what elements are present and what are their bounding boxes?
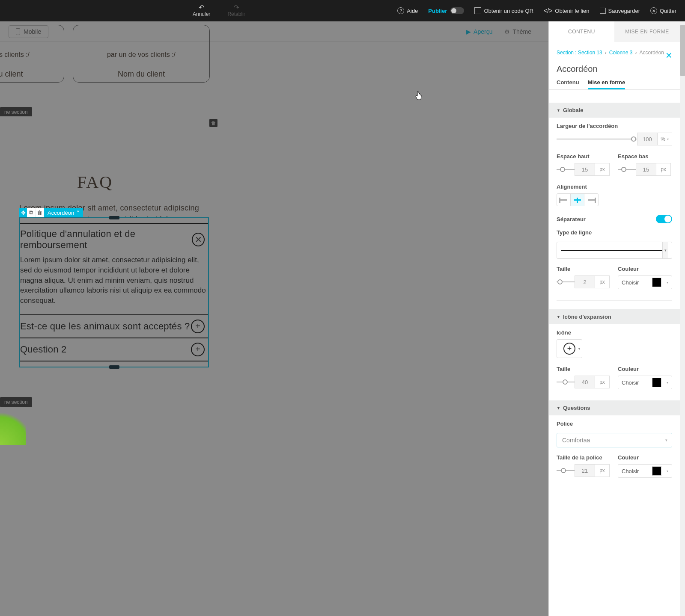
subtab-contenu[interactable]: Contenu [557, 79, 579, 89]
line-preview [561, 250, 667, 251]
panel-tabs: CONTENU MISE EN FORME [549, 21, 680, 42]
dropdown-caret-icon: ▾ [665, 438, 667, 442]
properties-panel: CONTENU MISE EN FORME × Section : Sectio… [548, 21, 680, 616]
save-label: Sauvegarder [608, 8, 640, 14]
icon-size-label: Taille [557, 366, 611, 372]
help-link[interactable]: ? Aide [397, 7, 418, 14]
redo-button[interactable]: ↶ Rétablir [227, 4, 245, 17]
choose-label: Choisir [622, 468, 639, 474]
sep-color-picker[interactable]: Choisir ▾ [618, 275, 672, 289]
breadcrumb: Section : Section 13 › Colonne 3 › Accor… [549, 42, 680, 56]
close-panel-button[interactable]: × [666, 49, 672, 62]
font-value: Comfortaa [562, 437, 590, 444]
space-bot-value[interactable]: 15 [636, 163, 656, 176]
section-header-questions[interactable]: ▼ Questions [549, 400, 680, 415]
font-color-label: Couleur [618, 454, 672, 461]
choose-label: Choisir [622, 279, 639, 286]
icon-color-label: Couleur [618, 366, 672, 372]
chevron-right-icon: › [635, 50, 637, 56]
publish-label: Publier [428, 8, 447, 14]
breadcrumb-section[interactable]: Section : Section 13 [557, 50, 602, 56]
subtab-style[interactable]: Mise en forme [588, 79, 625, 89]
breadcrumb-current: Accordéon [639, 50, 664, 56]
icon-size-slider[interactable] [557, 378, 575, 386]
space-top-slider[interactable] [557, 165, 575, 174]
line-type-select[interactable]: ▾ [557, 242, 672, 259]
tab-mise-en-forme[interactable]: MISE EN FORME [614, 21, 680, 42]
choose-label: Choisir [622, 379, 639, 386]
canvas-dim-overlay [0, 21, 548, 616]
color-swatch [652, 466, 661, 476]
duplicate-icon[interactable]: ⧉ [27, 208, 36, 217]
getlink-button[interactable]: </> Obtenir le lien [544, 7, 589, 14]
publish-switch[interactable] [450, 7, 464, 14]
align-center-button[interactable] [571, 194, 584, 206]
decorative-green-blob [0, 406, 26, 445]
font-select[interactable]: Comfortaa ▾ [557, 433, 672, 447]
qr-icon [474, 7, 481, 14]
space-top-value[interactable]: 15 [575, 163, 595, 176]
width-unit[interactable]: %▾ [658, 133, 672, 145]
space-bot-unit: px [656, 163, 671, 176]
chevron-up-icon: ˄ [77, 210, 80, 216]
publish-toggle[interactable]: Publier [428, 7, 464, 14]
trash-icon[interactable]: 🗑 [36, 208, 44, 217]
tab-contenu[interactable]: CONTENU [549, 21, 614, 42]
icon-picker[interactable]: + ▾ [557, 339, 582, 358]
panel-title: Accordéon [549, 56, 680, 79]
save-icon [600, 8, 606, 14]
align-left-button[interactable] [557, 194, 571, 206]
save-button[interactable]: Sauvegarder [600, 8, 640, 14]
font-size-slider[interactable] [557, 466, 575, 475]
sep-size-unit: px [595, 275, 610, 288]
sub-tabs: Contenu Mise en forme [549, 79, 680, 90]
align-right-button[interactable] [584, 194, 598, 206]
font-size-label: Taille de la police [557, 454, 611, 461]
close-icon: ✕ [650, 7, 657, 14]
undo-button[interactable]: ↶ Annuler [193, 4, 210, 17]
sep-size-label: Taille [557, 266, 611, 272]
width-slider[interactable] [557, 135, 637, 143]
top-toolbar: ↶ Annuler ↶ Rétablir ? Aide Publier Obte… [0, 0, 685, 21]
space-top-unit: px [595, 163, 610, 176]
section-questions-label: Questions [563, 405, 590, 411]
color-swatch [652, 278, 661, 287]
redo-label: Rétablir [227, 11, 245, 17]
quit-label: Quitter [660, 8, 676, 14]
undo-icon: ↶ [199, 4, 204, 11]
section-icon-label: Icône d'expansion [563, 314, 611, 320]
icon-size-value[interactable]: 40 [575, 376, 595, 388]
divider [557, 300, 672, 301]
sep-size-slider[interactable] [557, 278, 575, 286]
move-handle-icon[interactable]: ✥ [19, 208, 27, 217]
section-header-globale[interactable]: ▼ Globale [549, 103, 680, 118]
caret-down-icon: ▼ [557, 406, 560, 410]
accordion-element-tag[interactable]: ✥ ⧉ 🗑 Accordéon ˄ [19, 208, 83, 217]
font-size-unit: px [595, 464, 610, 477]
sep-size-value[interactable]: 2 [575, 275, 595, 288]
line-type-label: Type de ligne [557, 229, 672, 236]
separator-toggle[interactable] [656, 215, 672, 223]
scrollbar-thumb[interactable] [680, 25, 685, 76]
space-bot-slider[interactable] [618, 165, 636, 174]
chevron-right-icon: › [605, 50, 607, 56]
space-top-label: Espace haut [557, 153, 611, 160]
breadcrumb-column[interactable]: Colonne 3 [609, 50, 633, 56]
plus-circle-icon: + [563, 343, 575, 355]
width-value[interactable]: 100 [637, 133, 658, 145]
alignment-group [557, 193, 599, 206]
redo-icon: ↶ [234, 4, 239, 11]
qr-button[interactable]: Obtenir un code QR [474, 7, 533, 14]
section-header-icon[interactable]: ▼ Icône d'expansion [549, 309, 680, 324]
icon-size-unit: px [595, 376, 610, 388]
icon-color-picker[interactable]: Choisir ▾ [618, 376, 672, 389]
width-label: Largeur de l'accordéon [557, 123, 672, 129]
align-label: Alignement [557, 184, 672, 190]
font-size-value[interactable]: 21 [575, 464, 595, 477]
help-icon: ? [397, 7, 404, 14]
quit-button[interactable]: ✕ Quitter [650, 7, 676, 14]
icon-label: Icône [557, 329, 672, 336]
font-color-picker[interactable]: Choisir ▾ [618, 464, 672, 478]
page-scrollbar[interactable] [680, 21, 685, 616]
code-icon: </> [544, 7, 552, 14]
